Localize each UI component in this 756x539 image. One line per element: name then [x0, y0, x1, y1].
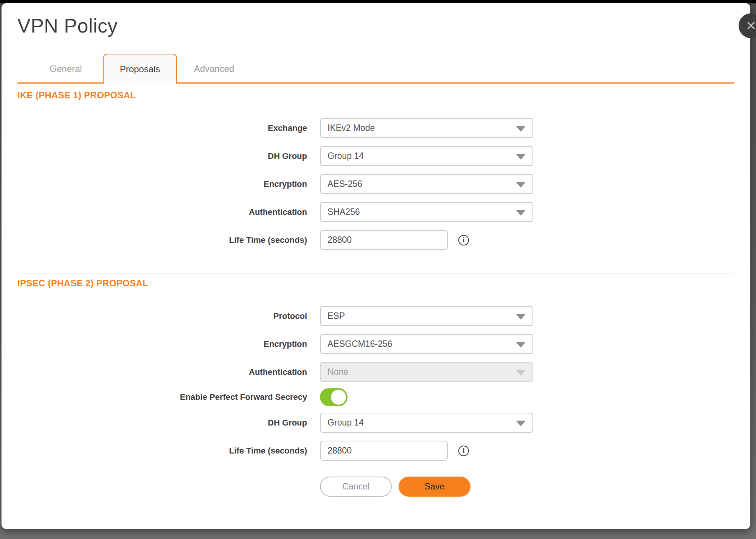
dh-group-select[interactable]: Group 14 — [320, 146, 533, 166]
ipsec-encryption-value: AESGCM16-256 — [328, 339, 392, 349]
ipsec-phase2-heading: IPSEC (PHASE 2) PROPOSAL — [17, 278, 734, 289]
ipsec-authentication-label: Authentication — [17, 367, 307, 377]
page-title: VPN Policy — [17, 14, 734, 37]
chevron-down-icon — [516, 126, 526, 132]
ipsec-encryption-row: Encryption AESGCM16-256 — [17, 334, 734, 354]
chevron-down-icon — [516, 370, 526, 376]
chevron-down-icon — [516, 154, 526, 160]
authentication-select[interactable]: SHA256 — [320, 202, 533, 222]
authentication-row: Authentication SHA256 — [17, 202, 734, 222]
ipsec-life-time-label: Life Time (seconds) — [17, 446, 307, 456]
protocol-value: ESP — [328, 311, 345, 321]
chevron-down-icon — [516, 421, 526, 426]
dh-group-label: DH Group — [17, 151, 307, 161]
ipsec-phase2-form: Protocol ESP Encryption AESGCM16-256 Aut… — [17, 306, 734, 461]
pfs-toggle[interactable] — [320, 388, 348, 406]
ipsec-life-time-row: Life Time (seconds) i — [17, 441, 734, 461]
chevron-down-icon — [516, 342, 526, 348]
chevron-down-icon — [516, 314, 526, 320]
info-icon[interactable]: i — [458, 446, 469, 456]
pfs-row: Enable Perfect Forward Secrecy — [17, 388, 734, 406]
ipsec-dh-group-label: DH Group — [17, 418, 307, 428]
cancel-button[interactable]: Cancel — [320, 477, 392, 497]
ike-phase1-heading: IKE (PHASE 1) PROPOSAL — [17, 90, 734, 101]
ipsec-dh-group-row: DH Group Group 14 — [17, 413, 734, 433]
dialog-footer: Cancel Save — [17, 477, 734, 497]
life-time-row: Life Time (seconds) i — [17, 230, 734, 250]
section-divider — [17, 273, 734, 273]
authentication-label: Authentication — [17, 207, 307, 217]
vpn-policy-dialog: ✕ VPN Policy General Proposals Advanced … — [2, 3, 750, 529]
dh-group-value: Group 14 — [328, 151, 364, 161]
encryption-label: Encryption — [17, 179, 307, 189]
protocol-label: Protocol — [17, 311, 307, 321]
tab-advanced[interactable]: Advanced — [177, 55, 251, 82]
tab-general[interactable]: General — [29, 55, 103, 82]
tab-proposals[interactable]: Proposals — [103, 54, 177, 84]
exchange-select[interactable]: IKEv2 Mode — [320, 118, 533, 138]
chevron-down-icon — [516, 182, 526, 188]
protocol-select[interactable]: ESP — [320, 306, 533, 326]
ipsec-authentication-value: None — [328, 367, 348, 377]
protocol-row: Protocol ESP — [17, 306, 734, 326]
encryption-row: Encryption AES-256 — [17, 174, 734, 194]
authentication-value: SHA256 — [328, 207, 360, 217]
ipsec-life-time-input[interactable] — [320, 441, 448, 461]
encryption-select[interactable]: AES-256 — [320, 174, 533, 194]
life-time-input[interactable] — [320, 230, 448, 250]
ipsec-encryption-label: Encryption — [17, 339, 307, 349]
ipsec-dh-group-select[interactable]: Group 14 — [320, 413, 533, 433]
ipsec-authentication-select: None — [320, 362, 533, 382]
life-time-label: Life Time (seconds) — [17, 235, 307, 245]
dh-group-row: DH Group Group 14 — [17, 146, 734, 166]
ipsec-encryption-select[interactable]: AESGCM16-256 — [320, 334, 533, 354]
ike-phase1-form: Exchange IKEv2 Mode DH Group Group 14 En… — [17, 118, 734, 250]
info-icon[interactable]: i — [458, 235, 469, 245]
pfs-label: Enable Perfect Forward Secrecy — [17, 392, 307, 402]
exchange-row: Exchange IKEv2 Mode — [17, 118, 734, 138]
save-button[interactable]: Save — [399, 477, 470, 497]
ipsec-dh-group-value: Group 14 — [328, 418, 364, 428]
ipsec-authentication-row: Authentication None — [17, 362, 734, 382]
exchange-label: Exchange — [17, 123, 307, 133]
close-icon[interactable]: ✕ — [739, 13, 756, 38]
chevron-down-icon — [516, 210, 526, 216]
encryption-value: AES-256 — [328, 179, 362, 189]
toggle-knob — [331, 390, 346, 405]
exchange-value: IKEv2 Mode — [328, 123, 375, 133]
tab-bar: General Proposals Advanced — [17, 54, 734, 84]
